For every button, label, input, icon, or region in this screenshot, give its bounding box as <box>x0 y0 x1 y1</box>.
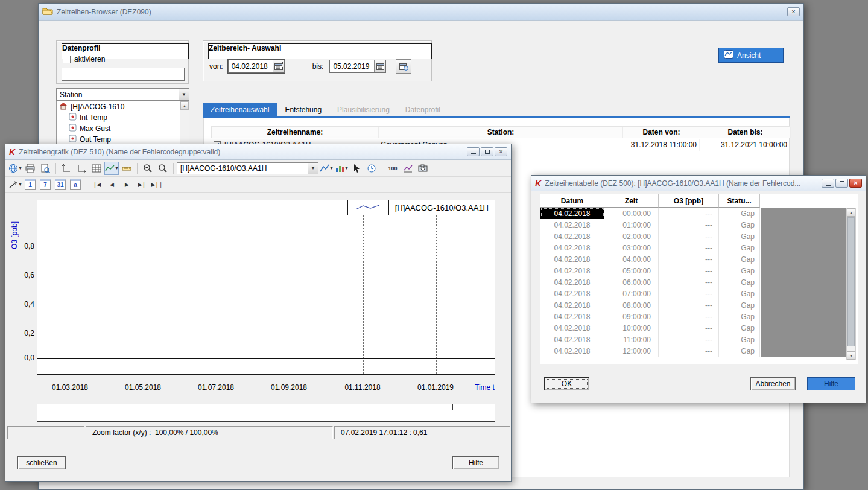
table-row[interactable]: 04.02.2018 05:00:00 --- Gap <box>540 265 760 276</box>
station-combobox[interactable]: Station ▼ <box>56 88 189 101</box>
zoom-100-icon[interactable]: 100 <box>385 162 400 175</box>
nav-end-icon[interactable]: ▶❘❘ <box>150 178 164 191</box>
print-icon[interactable] <box>23 162 37 175</box>
maximize-icon[interactable] <box>835 179 848 188</box>
hilfe-button[interactable]: Hilfe <box>807 377 855 390</box>
nav-first-icon[interactable]: ❘◀ <box>89 178 104 191</box>
print-preview-icon[interactable] <box>38 162 52 175</box>
calendar-icon[interactable] <box>374 60 385 72</box>
browser-titlebar[interactable]: Zeitreihen-Browser (DEZ090) × <box>39 4 803 21</box>
x-axis-icon[interactable] <box>74 162 89 175</box>
close-icon[interactable]: × <box>787 7 800 16</box>
tab-datenprofil[interactable]: Datenprofil <box>398 103 448 116</box>
chart-toolbar-main: ▾ ▾ <box>5 160 511 177</box>
aktivieren-checkbox[interactable] <box>63 56 71 63</box>
x-tick: 01.11.2018 <box>335 383 390 392</box>
table-row[interactable]: 04.02.2018 11:00:00 --- Gap <box>540 334 760 345</box>
year-button[interactable]: a <box>68 178 83 191</box>
table-row[interactable]: 04.02.2018 10:00:00 --- Gap <box>540 322 760 334</box>
statistics-icon[interactable] <box>401 162 415 175</box>
chart-titlebar[interactable]: K Zeitreihengrafik (DEZ 510) (Name der F… <box>5 144 511 160</box>
chevron-down-icon[interactable]: ▼ <box>179 89 189 100</box>
bis-label: bis: <box>312 62 324 71</box>
nav-next-icon[interactable]: ▶ <box>119 178 134 191</box>
close-icon[interactable]: × <box>849 179 862 188</box>
series-grid-header: Zeitreihenname: Station: Daten von: Date… <box>211 126 790 138</box>
minimize-icon[interactable] <box>822 179 834 188</box>
schliessen-button[interactable]: schließen <box>17 456 66 469</box>
tab-zeitreihenauswahl[interactable]: Zeitreihenauswahl <box>203 103 277 116</box>
scroll-up-icon[interactable]: ▲ <box>847 208 855 217</box>
table-row[interactable]: 04.02.2018 03:00:00 --- Gap <box>540 242 760 253</box>
table-row[interactable]: 04.02.2018 06:00:00 --- Gap <box>540 276 760 288</box>
tree-item-max-gust[interactable]: Max Gust <box>57 123 189 134</box>
scale-icon[interactable] <box>119 162 134 175</box>
table-scrollbar[interactable]: ▲ ▼ <box>846 208 856 360</box>
col-station: Station: <box>379 127 623 138</box>
minimize-icon[interactable] <box>467 147 480 156</box>
scroll-thumb[interactable] <box>847 217 855 346</box>
table-row[interactable]: 04.02.2018 07:00:00 --- Gap <box>540 288 760 299</box>
table-view-icon[interactable] <box>89 162 104 175</box>
bis-date-field[interactable]: 05.02.2019 <box>329 60 386 73</box>
chevron-down-icon[interactable]: ▼ <box>308 163 318 174</box>
table-row[interactable]: 04.02.2018 09:00:00 --- Gap <box>540 311 760 322</box>
parameter-tag-icon <box>69 135 77 144</box>
table-row[interactable]: 04.02.2018 04:00:00 --- Gap <box>540 253 760 265</box>
table-row[interactable]: 04.02.2018 02:00:00 --- Gap <box>540 231 760 242</box>
col-daten-von: Daten von: <box>623 127 700 138</box>
scroll-down-icon[interactable]: ▼ <box>847 351 855 360</box>
tree-root-item[interactable]: [H]AACOG-1610 <box>57 101 189 112</box>
desktop: Zeitreihen-Browser (DEZ090) × Datenprofi… <box>0 0 868 490</box>
table-row[interactable]: 04.02.2018 12:00:00 --- Gap <box>540 345 760 357</box>
von-date-field[interactable]: 04.02.2018 <box>228 60 285 73</box>
plot-area[interactable]: [H]AACOG-1610/O3.AA1H <box>37 200 495 375</box>
table-row[interactable]: 04.02.2018 01:00:00 --- Gap <box>540 219 760 231</box>
y-tick: 0,2 <box>14 329 34 337</box>
ok-button[interactable]: OK <box>544 377 589 390</box>
x-tick: 01.05.2018 <box>116 383 170 392</box>
parameter-tag-icon <box>69 113 77 122</box>
nav-prev-icon[interactable]: ◀ <box>104 178 119 191</box>
zoom-out-icon[interactable] <box>141 162 155 175</box>
abbrechen-button[interactable]: Abbrechen <box>750 377 796 390</box>
week-button[interactable]: 7 <box>38 178 52 191</box>
month-button[interactable]: 31 <box>53 178 68 191</box>
chart-legend[interactable]: [H]AACOG-1610/O3.AA1H <box>347 200 495 215</box>
camera-icon[interactable] <box>416 162 430 175</box>
table-row[interactable]: 04.02.2018 00:00:00 --- Gap <box>540 208 760 219</box>
zoom-reset-icon[interactable] <box>156 162 170 175</box>
datenprofil-groupbox: Datenprofil aktivieren <box>56 40 189 84</box>
timeseries-table-window: K Zeitreihentabelle (DEZ 500): [H]AACOG-… <box>531 175 866 403</box>
y-tick: 0,6 <box>14 271 34 279</box>
chart-style-icon[interactable]: ▾ <box>334 162 349 175</box>
series-combobox[interactable]: [H]AACOG-1610/O3.AA1H ▼ <box>177 162 318 174</box>
x-tick: 01.07.2018 <box>189 383 243 392</box>
measure-arrow-icon[interactable]: ▾ <box>8 178 22 191</box>
tab-entstehung[interactable]: Entstehung <box>277 103 329 116</box>
time-overview-bar[interactable] <box>37 404 495 422</box>
datenprofil-input[interactable] <box>62 68 185 81</box>
line-chart-icon[interactable]: ▾ <box>104 162 119 175</box>
tab-plausibilisierung[interactable]: Plausibilisierung <box>329 103 398 116</box>
calendar-icon[interactable] <box>273 60 284 72</box>
tree-item-int-temp[interactable]: Int Temp <box>57 112 189 123</box>
table-row[interactable]: 04.02.2018 08:00:00 --- Gap <box>540 299 760 311</box>
ansicht-button[interactable]: Ansicht <box>718 48 784 63</box>
close-icon[interactable]: × <box>495 147 507 156</box>
y-tick: 0,8 <box>14 242 34 250</box>
zeitbereich-groupbox: Zeitbereich- Auswahl von: 04.02.2018 bis… <box>203 40 432 81</box>
nav-last-icon[interactable]: ▶❘ <box>135 178 149 191</box>
maximize-icon[interactable] <box>481 147 493 156</box>
chart-type-icon[interactable]: ▾ <box>319 162 334 175</box>
day-button[interactable]: 1 <box>23 178 37 191</box>
y-axis-icon[interactable] <box>59 162 74 175</box>
scroll-up-icon[interactable]: ▲ <box>180 101 189 110</box>
refresh-time-icon[interactable] <box>364 162 379 175</box>
hilfe-button[interactable]: Hilfe <box>452 456 499 469</box>
pointer-icon[interactable] <box>349 162 364 175</box>
table-titlebar[interactable]: K Zeitreihentabelle (DEZ 500): [H]AACOG-… <box>531 176 866 191</box>
y-tick: 0,0 <box>14 354 34 362</box>
web-export-icon[interactable]: ▾ <box>8 162 22 175</box>
timerange-options-button[interactable] <box>396 59 411 74</box>
